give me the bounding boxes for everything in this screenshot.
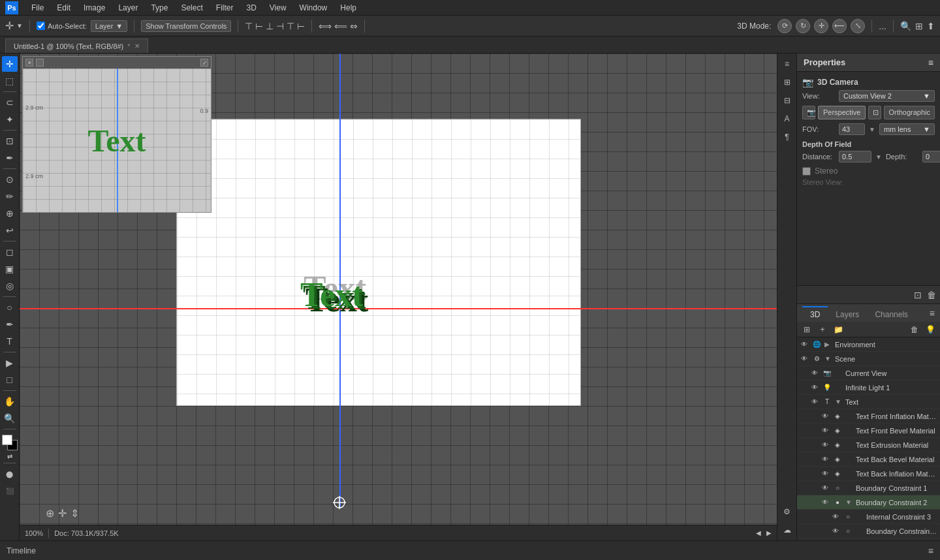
tab-3d[interactable]: 3D xyxy=(802,306,828,322)
expand-scene[interactable]: ▼ xyxy=(824,355,832,362)
panel-icon-5[interactable]: ¶ xyxy=(779,129,795,145)
menu-image[interactable]: Image xyxy=(78,2,110,14)
tab-layers[interactable]: Layers xyxy=(828,306,867,322)
lens-dropdown[interactable]: mm lens ▼ xyxy=(879,123,935,135)
3d-slide-icon[interactable]: ⟵ xyxy=(832,19,847,33)
expand-boundary-2[interactable]: ▼ xyxy=(845,499,853,506)
more-options-btn[interactable]: ... xyxy=(879,21,886,31)
align-bottom-icon[interactable]: ⊥ xyxy=(266,21,274,31)
eye-text[interactable]: 👁 xyxy=(810,397,819,407)
timeline-menu-icon[interactable]: ≡ xyxy=(928,546,933,556)
eye-environment[interactable]: 👁 xyxy=(800,340,809,349)
stereo-checkbox[interactable] xyxy=(802,167,811,176)
orthographic-btn[interactable]: Orthographic xyxy=(884,106,935,119)
layer-dropdown[interactable]: Layer ▼ xyxy=(91,20,127,32)
tool-move[interactable]: ✛ xyxy=(2,56,18,72)
3d-scale-icon[interactable]: ⤡ xyxy=(851,19,865,33)
show-transform-btn[interactable]: Show Transform Controls xyxy=(141,20,231,32)
eye-current-view[interactable]: 👁 xyxy=(810,369,819,378)
tool-path-select[interactable]: ▶ xyxy=(2,355,18,371)
tool-dodge[interactable]: ○ xyxy=(2,300,18,315)
auto-select-label[interactable]: Auto-Select: xyxy=(37,22,87,30)
menu-select[interactable]: Select xyxy=(176,2,208,14)
expand-text[interactable]: ▼ xyxy=(835,398,843,405)
tool-screen-mode[interactable]: ⬛ xyxy=(2,483,18,499)
tool-pen[interactable]: ✒ xyxy=(2,317,18,332)
tool-brush[interactable]: ✏ xyxy=(2,189,18,204)
layer-boundary-constraint-1[interactable]: 👁 ○ ▶ Boundary Constraint 1 xyxy=(797,481,940,495)
3d-roll-icon[interactable]: ↻ xyxy=(796,19,810,33)
eye-text-front-bevel[interactable]: 👁 xyxy=(821,426,830,435)
eye-scene[interactable]: 👁 xyxy=(800,354,809,364)
eye-boundary-4[interactable]: 👁 xyxy=(831,527,840,536)
eye-boundary-2[interactable]: 👁 xyxy=(821,498,830,507)
tool-gradient[interactable]: ▣ xyxy=(2,261,18,277)
tool-select[interactable]: ✦ xyxy=(2,112,18,127)
depth-input[interactable] xyxy=(922,151,940,163)
menu-help[interactable]: Help xyxy=(335,2,362,14)
layers-trash-icon[interactable]: 🗑 xyxy=(909,324,920,335)
tool-spot-heal[interactable]: ⊙ xyxy=(2,172,18,187)
layers-add-icon[interactable]: + xyxy=(817,324,828,335)
layer-infinite-light-1[interactable]: 👁 💡 ▶ Infinite Light 1 xyxy=(797,381,940,395)
eye-text-front-inflation[interactable]: 👁 xyxy=(821,412,830,421)
panel-icon-settings[interactable]: ⚙ xyxy=(779,504,795,520)
tool-lasso[interactable]: ⊂ xyxy=(2,95,18,110)
layer-text[interactable]: 👁 T ▼ Text xyxy=(797,395,940,409)
layer-internal-constraint-3[interactable]: 👁 ○ ▶ Internal Constraint 3 xyxy=(797,510,940,524)
menu-layer[interactable]: Layer xyxy=(113,2,143,14)
properties-settings-icon[interactable]: ⊡ xyxy=(914,290,922,300)
fov-input[interactable] xyxy=(839,123,865,135)
tool-zoom[interactable]: 🔍 xyxy=(2,411,18,426)
distance-input[interactable] xyxy=(839,151,871,163)
foreground-color-swatch[interactable] xyxy=(2,435,12,445)
menu-type[interactable]: Type xyxy=(146,2,173,14)
dist-h-icon[interactable]: ⟺ xyxy=(319,21,332,31)
dist-icon3[interactable]: ⇔ xyxy=(350,21,358,31)
panel-icon-cc[interactable]: ☁ xyxy=(779,522,795,538)
panel-menu-icon[interactable]: ≡ xyxy=(930,308,935,319)
document-tab[interactable]: Untitled-1 @ 100% (Text, RGB/8#) * ✕ xyxy=(5,39,148,53)
view-dropdown[interactable]: Custom View 2 ▼ xyxy=(839,90,935,102)
share-icon[interactable]: ⬆ xyxy=(927,21,935,31)
panel-icon-2[interactable]: ⊞ xyxy=(779,74,795,90)
tool-type[interactable]: T xyxy=(2,334,18,349)
eye-infinite-light-1[interactable]: 👁 xyxy=(810,383,819,392)
panel-icon-3[interactable]: ⊟ xyxy=(779,93,795,108)
layers-light-icon[interactable]: 💡 xyxy=(924,324,936,335)
menu-window[interactable]: Window xyxy=(294,2,333,14)
dist-v-icon[interactable]: ⟸ xyxy=(334,21,347,31)
nav-arrow-left[interactable]: ◀ xyxy=(756,529,761,537)
layer-text-extrusion[interactable]: 👁 ◈ ▶ Text Extrusion Material xyxy=(797,438,940,452)
auto-select-checkbox[interactable] xyxy=(37,22,45,30)
tab-channels[interactable]: Channels xyxy=(867,306,916,322)
3d-pan-icon[interactable]: ✛ xyxy=(814,19,828,33)
menu-file[interactable]: File xyxy=(26,2,49,14)
eye-text-back-inflation[interactable]: 👁 xyxy=(821,469,830,478)
tool-clone[interactable]: ⊕ xyxy=(2,206,18,221)
menu-filter[interactable]: Filter xyxy=(211,2,239,14)
nav-arrow-right[interactable]: ▶ xyxy=(766,529,772,537)
menu-view[interactable]: View xyxy=(264,2,292,14)
layer-boundary-constraint-2[interactable]: 👁 ● ▼ Boundary Constraint 2 xyxy=(797,495,940,510)
layer-text-front-inflation[interactable]: 👁 ◈ ▶ Text Front Inflation Material xyxy=(797,409,940,424)
layer-text-back-inflation[interactable]: 👁 ◈ ▶ Text Back Inflation Material xyxy=(797,467,940,481)
search-icon[interactable]: 🔍 xyxy=(900,21,911,31)
tool-quickmask[interactable]: ⬤ xyxy=(2,466,18,482)
tool-hand[interactable]: ✋ xyxy=(2,394,18,409)
layer-text-front-bevel[interactable]: 👁 ◈ ▶ Text Front Bevel Material xyxy=(797,424,940,438)
menu-edit[interactable]: Edit xyxy=(52,2,76,14)
properties-menu-icon[interactable]: ≡ xyxy=(928,57,933,68)
tool-shape[interactable]: □ xyxy=(2,372,18,388)
align-left-icon[interactable]: ⊣ xyxy=(276,21,284,31)
expand-environment[interactable]: ▶ xyxy=(824,341,832,348)
mini-minimize-btn[interactable] xyxy=(36,59,44,67)
layer-boundary-constraint-5[interactable]: 👁 ○ ▶ Boundary Constraint 5 xyxy=(797,538,940,540)
layer-environment[interactable]: 👁 🌐 ▶ Environment xyxy=(797,337,940,352)
properties-trash-icon[interactable]: 🗑 xyxy=(927,290,936,300)
tab-close-btn[interactable]: ✕ xyxy=(134,42,140,50)
arrange-icon[interactable]: ⊞ xyxy=(915,21,923,31)
eye-boundary-1[interactable]: 👁 xyxy=(821,484,830,493)
mini-close-btn[interactable]: ✕ xyxy=(25,59,33,67)
tool-blur[interactable]: ◎ xyxy=(2,278,18,294)
